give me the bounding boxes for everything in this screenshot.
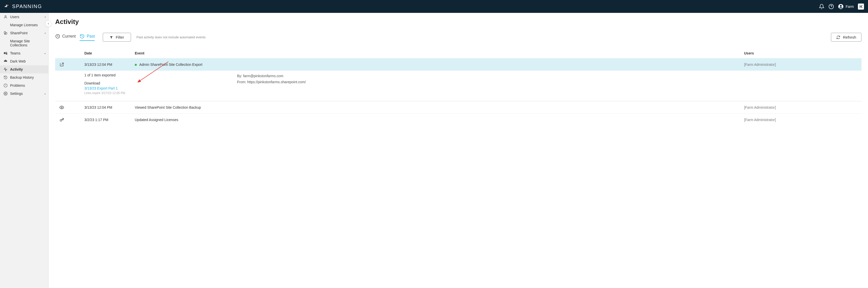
sidebar-item-settings[interactable]: Settings ▸ xyxy=(0,89,49,97)
status-dot-icon xyxy=(135,64,137,66)
sidebar-label: Activity xyxy=(10,67,23,71)
from-label: From: xyxy=(237,80,247,84)
tab-current[interactable]: Current xyxy=(55,34,75,41)
button-label: Filter xyxy=(116,35,124,39)
table-header: Date Event Users xyxy=(55,48,862,58)
cell-event: Admin SharePoint Site Collection Export xyxy=(139,62,203,66)
by-label: By: xyxy=(237,74,243,78)
clock-icon xyxy=(55,34,60,39)
notifications-icon[interactable] xyxy=(819,4,825,9)
col-users: Users xyxy=(744,51,858,55)
download-link[interactable]: 3/13/23 Export Part 1 xyxy=(84,86,237,90)
chevron-right-icon: ▸ xyxy=(44,52,46,55)
sidebar-label: Teams xyxy=(10,51,21,55)
activity-icon xyxy=(3,67,7,71)
user-icon xyxy=(3,15,7,19)
toolbar: Current Past Filter Past activity does n… xyxy=(55,33,862,41)
sidebar-label: Users xyxy=(10,15,20,19)
row-detail: 1 of 1 item exported Download 3/13/23 Ex… xyxy=(55,70,862,101)
teams-icon xyxy=(3,51,7,55)
sidebar-label: Problems xyxy=(10,84,25,87)
sidebar-label: SharePoint xyxy=(10,31,27,35)
sharepoint-icon xyxy=(3,31,7,35)
kaseya-icon[interactable] xyxy=(858,3,864,9)
brand-name: SPANNING xyxy=(12,3,42,9)
cell-date: 3/13/23 12:04 PM xyxy=(84,62,135,66)
eye-icon xyxy=(59,105,64,110)
tab-label: Current xyxy=(62,34,75,38)
col-event: Event xyxy=(135,51,744,55)
sidebar-item-darkweb[interactable]: Dark Web xyxy=(0,57,49,65)
sidebar-label: Backup History xyxy=(10,76,34,80)
from-value: https://pinkstonfarms.sharepoint.com/ xyxy=(247,80,306,84)
export-count: 1 of 1 item exported xyxy=(84,73,237,77)
download-label: Download xyxy=(84,81,237,85)
sidebar-label: Dark Web xyxy=(10,59,26,63)
svg-point-14 xyxy=(60,119,62,121)
history-icon xyxy=(80,34,85,39)
sidebar-label: Manage Site Collections xyxy=(10,39,45,47)
table-row[interactable]: 3/2/23 1:17 PM Updated Assigned Licenses… xyxy=(55,114,862,126)
cell-date: 3/2/23 1:17 PM xyxy=(84,118,135,122)
svg-point-10 xyxy=(5,93,6,94)
sidebar-item-teams[interactable]: Teams ▸ xyxy=(0,49,49,57)
sidebar: Users ▾ Manage Licenses SharePoint ▾ Man… xyxy=(0,13,49,288)
chevron-down-icon: ▾ xyxy=(44,32,46,34)
cell-date: 3/13/23 12:04 PM xyxy=(84,106,135,110)
refresh-icon xyxy=(836,35,840,39)
chevron-right-icon: ▸ xyxy=(44,92,46,95)
svg-point-3 xyxy=(5,16,6,17)
darkweb-icon xyxy=(3,59,7,63)
activity-table: Date Event Users 3/13/23 12:04 PM Admin … xyxy=(55,48,862,126)
help-icon[interactable] xyxy=(829,4,834,9)
cell-event: Updated Assigned Licenses xyxy=(135,118,744,122)
sidebar-item-backup-history[interactable]: Backup History xyxy=(0,74,49,82)
table-row[interactable]: 3/13/23 12:04 PM Admin SharePoint Site C… xyxy=(55,58,862,70)
sidebar-label: Manage Licenses xyxy=(10,23,38,27)
export-icon xyxy=(59,62,64,67)
sidebar-item-manage-sites[interactable]: Manage Site Collections xyxy=(0,37,49,49)
sidebar-item-sharepoint[interactable]: SharePoint ▾ xyxy=(0,29,49,37)
user-name: Farm xyxy=(845,4,854,8)
cell-event: Viewed SharePoint Site Collection Backup xyxy=(135,106,744,110)
cell-user: [Farm Administrator] xyxy=(744,118,858,122)
cell-user: [Farm Administrator] xyxy=(744,62,858,66)
svg-point-13 xyxy=(61,107,62,108)
tab-label: Past xyxy=(87,34,95,38)
sidebar-item-activity[interactable]: Activity xyxy=(0,65,49,74)
filter-button[interactable]: Filter xyxy=(103,33,131,41)
svg-rect-7 xyxy=(4,52,5,54)
main-content: Activity Current Past Filter Past activi… xyxy=(49,13,868,288)
problems-icon xyxy=(3,84,7,87)
table-row[interactable]: 3/13/23 12:04 PM Viewed SharePoint Site … xyxy=(55,101,862,114)
button-label: Refresh xyxy=(843,35,856,39)
chevron-down-icon: ▾ xyxy=(44,16,46,19)
history-icon xyxy=(3,76,7,80)
page-title: Activity xyxy=(55,18,862,26)
tab-past[interactable]: Past xyxy=(80,34,95,41)
filter-icon xyxy=(110,35,113,39)
svg-point-8 xyxy=(6,52,7,53)
sidebar-item-users[interactable]: Users ▾ xyxy=(0,13,49,21)
gear-icon xyxy=(3,91,7,95)
top-bar: SPANNING Farm xyxy=(0,0,868,13)
col-date: Date xyxy=(84,51,135,55)
svg-point-2 xyxy=(840,5,842,6)
user-menu[interactable]: Farm xyxy=(838,4,854,9)
toolbar-note: Past activity does not include automated… xyxy=(136,35,206,39)
by-value: farm@pinkstonfarms.com xyxy=(243,74,283,78)
brand-logo-icon xyxy=(4,4,9,9)
sidebar-item-manage-licenses[interactable]: Manage Licenses xyxy=(0,21,49,29)
sidebar-item-problems[interactable]: Problems xyxy=(0,82,49,89)
sidebar-label: Settings xyxy=(10,91,23,95)
expire-note: Links expire 3/27/23 12:05 PM xyxy=(84,91,237,95)
cell-user: [Farm Administrator] xyxy=(744,106,858,110)
key-icon xyxy=(59,117,64,122)
refresh-button[interactable]: Refresh xyxy=(831,33,862,41)
